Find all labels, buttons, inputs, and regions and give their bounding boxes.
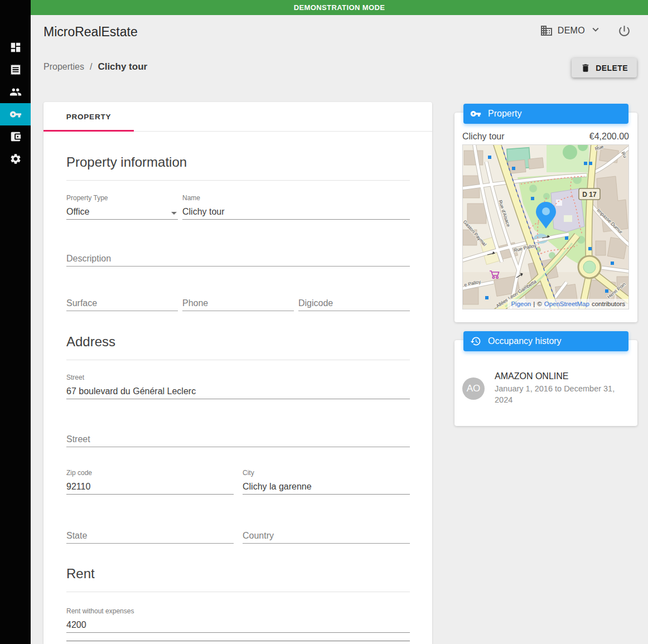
breadcrumb-properties-link[interactable]: Properties (43, 62, 84, 72)
name-value: Clichy tour (182, 207, 410, 219)
svg-text:D 17: D 17 (582, 191, 597, 198)
delete-button-label: DELETE (596, 64, 628, 72)
section-title-rent: Rent (66, 566, 410, 582)
sidebar-item-accounting[interactable] (0, 125, 31, 148)
description-placeholder: Description (66, 254, 410, 266)
property-form-card: PROPERTY Property information Property T… (43, 102, 432, 644)
trash-icon (581, 63, 591, 73)
country-placeholder: Country (243, 531, 410, 543)
zip-value: 92110 (66, 482, 234, 494)
breadcrumb-separator: / (90, 62, 92, 72)
zip-code-field[interactable]: Zip code 92110 (66, 469, 234, 495)
property-card-header-label: Property (488, 109, 521, 119)
key-icon (470, 108, 481, 119)
city-field[interactable]: City Clichy la garenne (243, 469, 410, 495)
history-icon (470, 336, 481, 347)
wallet-icon (9, 130, 22, 143)
name-label: Name (182, 194, 410, 203)
phone-placeholder: Phone (182, 298, 294, 311)
state-field[interactable]: State (66, 531, 234, 544)
rent-label: Rent without expenses (66, 607, 410, 616)
surface-field[interactable]: Surface (66, 298, 178, 311)
sidebar (0, 0, 31, 644)
property-type-select[interactable]: Property Type Office (66, 194, 178, 220)
surface-placeholder: Surface (66, 298, 178, 311)
street2-field[interactable]: Street (66, 434, 410, 447)
tenant-period: January 1, 2016 to December 31, 2024 (495, 383, 620, 405)
name-field[interactable]: Name Clichy tour (182, 194, 410, 220)
map-attribution: Pigeon | © OpenStreetMap contributors (507, 299, 628, 309)
description-field[interactable]: Description (66, 254, 410, 267)
section-title-address: Address (66, 334, 410, 350)
organization-building-icon (540, 24, 553, 37)
tab-property[interactable]: PROPERTY (43, 102, 134, 132)
phone-field[interactable]: Phone (182, 298, 294, 311)
digicode-field[interactable]: Digicode (298, 298, 410, 311)
tenant-avatar: AO (462, 377, 485, 400)
breadcrumb: Properties / Clichy tour (43, 61, 147, 72)
occupancy-list-item[interactable]: AO AMAZON ONLINE January 1, 2016 to Dece… (462, 371, 630, 405)
property-rent-amount: €4,200.00 (589, 132, 629, 142)
street1-field[interactable]: Street 67 boulevard du Général Leclerc (66, 374, 410, 399)
city-value: Clichy la garenne (243, 482, 410, 494)
property-type-label: Property Type (66, 194, 178, 203)
street1-value: 67 boulevard du Général Leclerc (66, 386, 410, 399)
delete-button[interactable]: DELETE (572, 58, 637, 78)
power-icon (617, 24, 631, 38)
pigeon-link[interactable]: Pigeon (511, 301, 531, 307)
street1-label: Street (66, 374, 410, 382)
gear-icon (9, 153, 22, 165)
sidebar-item-tenants[interactable] (0, 81, 31, 103)
road-ref-badge: D 17 (579, 188, 600, 200)
property-type-value: Office (66, 207, 178, 219)
tenant-name: AMAZON ONLINE (495, 371, 620, 381)
digicode-placeholder: Digicode (298, 298, 410, 311)
tab-bar: PROPERTY (43, 102, 432, 132)
street2-placeholder: Street (66, 434, 410, 447)
property-card-header: Property (463, 104, 628, 124)
sidebar-item-dashboard[interactable] (0, 36, 31, 59)
chevron-down-icon (589, 23, 602, 36)
dropdown-arrow-icon (171, 212, 177, 215)
app-title: MicroRealEstate (43, 25, 138, 40)
key-icon (9, 108, 22, 120)
sidebar-item-rents[interactable] (0, 59, 31, 81)
receipt-icon (9, 64, 22, 76)
occupancy-card-header-label: Occupancy history (488, 336, 562, 346)
section-divider (66, 592, 410, 592)
occupancy-card-header: Occupancy history (463, 331, 628, 351)
property-map[interactable]: D 17 Rue d'Alsace Rue Palloy Allées Léon… (462, 144, 629, 309)
breadcrumb-current: Clichy tour (98, 61, 147, 72)
organization-selector[interactable]: DEMO (540, 23, 602, 38)
openstreetmap-link[interactable]: OpenStreetMap (544, 301, 589, 307)
rent-value: 4200 (66, 620, 410, 632)
city-label: City (243, 469, 410, 478)
state-placeholder: State (66, 531, 234, 543)
demo-mode-banner: DEMONSTRATION MODE (31, 0, 648, 15)
organization-name: DEMO (558, 26, 585, 36)
dashboard-icon (9, 41, 22, 54)
section-title-property-information: Property information (66, 154, 410, 170)
section-divider (66, 180, 410, 181)
sidebar-item-properties[interactable] (0, 103, 31, 125)
property-name: Clichy tour (462, 132, 505, 142)
zip-label: Zip code (66, 469, 234, 478)
sidebar-item-settings[interactable] (0, 148, 31, 170)
section-divider (66, 360, 410, 360)
sign-out-button[interactable] (617, 24, 631, 38)
people-icon (9, 86, 22, 98)
next-field-underline (66, 641, 410, 641)
country-field[interactable]: Country (243, 531, 410, 544)
rent-without-expenses-field[interactable]: Rent without expenses 4200 (66, 607, 410, 633)
tab-indicator (43, 130, 134, 132)
